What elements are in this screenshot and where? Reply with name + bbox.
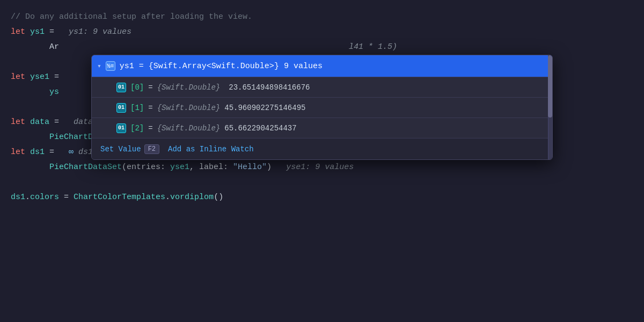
expand-icon[interactable]: ▾	[97, 62, 101, 70]
infinity-icon: ∞	[69, 145, 74, 160]
array-type-icon: ½≡	[106, 61, 115, 71]
eq-0: =	[148, 83, 152, 92]
varname-ds1: ds1	[30, 145, 45, 160]
type-0: {Swift.Double}	[157, 83, 221, 92]
keyword-let-data: let	[11, 115, 30, 130]
popup-row-2[interactable]: 01 [2] = {Swift.Double} 65.6622904254437	[92, 118, 552, 138]
chart-color-templates: ChartColorTemplates	[74, 190, 165, 205]
colors-dot2: .	[165, 190, 170, 205]
code-line-2: let ys1 = ys1: 9 values	[0, 25, 644, 40]
ds-hello-string: "Hello"	[233, 160, 267, 175]
popup-header-row[interactable]: ▾ ½≡ ys1 = {Swift.Array<Swift.Double>} 9…	[92, 55, 552, 77]
code-line-colors: ds1 . colors = ChartColorTemplates . vor…	[0, 190, 644, 205]
debug-popup: ▾ ½≡ ys1 = {Swift.Array<Swift.Double>} 9…	[91, 55, 553, 160]
scrollbar-thumb	[548, 55, 552, 118]
colors-dot: .	[25, 190, 30, 205]
indent-ds	[11, 160, 49, 175]
popup-title: ys1 = {Swift.Array<Swift.Double>} 9 valu…	[120, 62, 323, 71]
code-line-1: // Do any additional setup after loading…	[0, 10, 644, 25]
eq-1: =	[148, 104, 152, 112]
piechartdataset-call: PieChartDataSet	[49, 160, 122, 175]
code-area: // Do any additional setup after loading…	[0, 0, 644, 322]
eq-2: =	[148, 124, 152, 133]
ys-ref: ys	[49, 85, 59, 100]
item-icon-2: 01	[116, 123, 126, 133]
item-icon-1: 01	[116, 103, 126, 113]
inline-ys1: ys1: 9 values	[59, 25, 131, 40]
popup-row-0[interactable]: 01 [0] = {Swift.Double} 23.6514948984166…	[92, 77, 552, 97]
add-inline-watch-button[interactable]: Add as Inline Watch	[168, 145, 254, 153]
comment-text: // Do any additional setup after loading…	[11, 10, 252, 25]
index-2: [2]	[130, 124, 144, 133]
code-line-blank3	[0, 175, 644, 190]
vordiplom-method: vordiplom	[170, 190, 214, 205]
code-line-piechartdataset: PieChartDataSet (entries: yse1 , label: …	[0, 160, 644, 175]
f2-key: F2	[144, 144, 159, 154]
ds-yse1-arg: yse1	[170, 160, 189, 175]
popup-footer: Set Value F2 Add as Inline Watch	[92, 138, 552, 159]
vordiplom-parens: ()	[214, 190, 223, 205]
indent-pie	[11, 130, 49, 145]
ds1-colors-var: ds1	[11, 190, 25, 205]
keyword-let-ds1: let	[11, 145, 30, 160]
type-2: {Swift.Double}	[157, 124, 221, 133]
index-1: [1]	[130, 104, 144, 112]
index-0: [0]	[130, 83, 144, 92]
ds-args-start: (entries:	[122, 160, 170, 175]
value-2-num: 65.6622904254437	[224, 124, 296, 133]
type-1: {Swift.Double}	[157, 104, 221, 112]
varname-data: data	[30, 115, 49, 130]
ds-label-kw: , label:	[189, 160, 233, 175]
l41-suffix: l41 * 1.5)	[349, 40, 397, 55]
keyword-let-yse1: let	[11, 70, 30, 85]
eq-yse1: =	[49, 70, 59, 85]
eq-data: =	[49, 115, 74, 130]
code-line-3: Ar l41 * 1.5)	[0, 40, 644, 55]
popup-row-1[interactable]: 01 [1] = {Swift.Double} 45.9609022751464…	[92, 97, 552, 118]
varname-yse1: yse1	[30, 70, 49, 85]
varname-ys1: ys1	[30, 25, 45, 40]
item-icon-0: 01	[116, 83, 126, 92]
eq-operator: =	[45, 25, 59, 40]
value-1-num: 45.960902275146495	[224, 104, 305, 112]
popup-scrollbar[interactable]	[548, 55, 552, 159]
inline-yse1-count: yse1: 9 values	[286, 160, 354, 175]
ar-prefix: Ar	[11, 40, 59, 55]
indent-ys	[11, 85, 49, 100]
colors-prop: colors	[30, 190, 59, 205]
eq-ds1: =	[45, 145, 69, 160]
keyword-let: let	[11, 25, 30, 40]
ds-close: )	[267, 160, 286, 175]
colors-eq: =	[59, 190, 74, 205]
value-0-num: 23.651494898416676	[229, 83, 310, 92]
set-value-button[interactable]: Set Value	[100, 145, 141, 153]
